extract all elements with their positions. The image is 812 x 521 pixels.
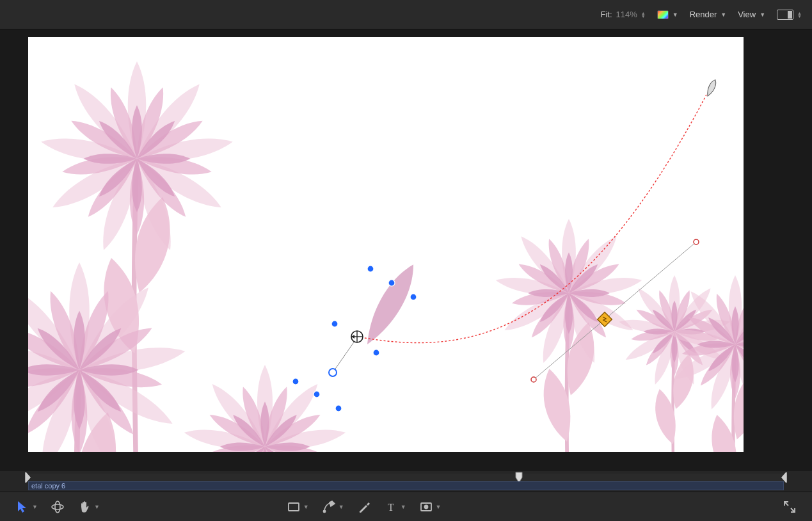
tangent-handle-end[interactable] xyxy=(694,239,699,244)
svg-rect-10 xyxy=(289,503,299,511)
canvas-wrap xyxy=(0,29,812,471)
arrow-tool-icon xyxy=(15,500,29,514)
svg-point-11 xyxy=(323,510,325,512)
expand-viewport-button[interactable] xyxy=(780,497,799,517)
aspect-ratio-icon xyxy=(777,10,793,20)
brush-tool-icon xyxy=(357,500,371,514)
fit-value: 114% xyxy=(616,10,637,19)
stepper-icon: ▲▼ xyxy=(797,12,802,18)
chevron-down-icon: ▼ xyxy=(303,504,309,510)
rectangle-tool-icon xyxy=(287,500,301,514)
hand-tool[interactable]: ▼ xyxy=(75,497,102,517)
color-swatch-icon xyxy=(657,10,669,19)
text-tool[interactable]: T ▼ xyxy=(381,497,409,517)
brush-tool[interactable] xyxy=(354,497,374,517)
chevron-down-icon: ▼ xyxy=(760,12,765,18)
chevron-down-icon: ▼ xyxy=(673,12,678,18)
svg-point-8 xyxy=(52,504,63,509)
path-end-object[interactable] xyxy=(705,79,718,97)
color-channel-picker[interactable]: ▼ xyxy=(657,10,678,19)
svg-point-3 xyxy=(694,239,699,244)
anchor-point[interactable] xyxy=(351,331,363,342)
canvas[interactable] xyxy=(28,37,744,452)
orbit-tool-icon xyxy=(51,500,65,514)
selected-petal xyxy=(358,259,422,350)
svg-point-14 xyxy=(424,504,428,509)
chevron-down-icon: ▼ xyxy=(338,504,344,510)
top-toolbar: Fit: 114% ▲▼ ▼ Render ▼ View ▼ ▲▼ xyxy=(0,0,812,29)
selection-handle[interactable] xyxy=(373,349,379,356)
selection-handle[interactable] xyxy=(388,280,395,286)
pen-tool[interactable]: ▼ xyxy=(319,497,347,517)
shape-tool[interactable]: ▼ xyxy=(284,497,312,517)
pen-tool-icon xyxy=(322,500,336,514)
mask-tool-icon xyxy=(419,500,433,514)
render-label: Render xyxy=(690,10,717,19)
canvas-scene xyxy=(28,37,744,452)
timeline-clip[interactable]: etal copy 6 xyxy=(28,481,784,490)
text-tool-icon: T xyxy=(384,500,398,514)
selection-handle[interactable] xyxy=(367,266,374,272)
tangent-handle-end[interactable] xyxy=(531,377,536,382)
viewport-layout-menu[interactable]: ▲▼ xyxy=(777,10,802,20)
clip-label: etal copy 6 xyxy=(31,482,65,490)
chevron-down-icon: ▼ xyxy=(94,504,100,510)
selection-handle[interactable] xyxy=(314,391,320,397)
select-tool[interactable]: ▼ xyxy=(13,497,40,517)
timeline-track[interactable] xyxy=(28,474,784,481)
chevron-down-icon: ▼ xyxy=(32,504,38,510)
fit-zoom-control[interactable]: Fit: 114% ▲▼ xyxy=(600,10,645,19)
view-menu[interactable]: View ▼ xyxy=(738,10,765,19)
stepper-icon: ▲▼ xyxy=(641,12,646,18)
selection-handle[interactable] xyxy=(335,405,342,412)
expand-icon xyxy=(783,500,797,514)
mask-tool[interactable]: ▼ xyxy=(417,497,444,517)
chevron-down-icon: ▼ xyxy=(720,12,726,18)
selection-handle[interactable] xyxy=(292,378,299,385)
chevron-down-icon: ▼ xyxy=(436,504,442,510)
fit-label: Fit: xyxy=(600,10,612,19)
mini-timeline: etal copy 6 xyxy=(0,471,812,492)
selection-handle[interactable] xyxy=(410,294,417,300)
render-menu[interactable]: Render ▼ xyxy=(690,10,727,19)
svg-point-9 xyxy=(55,501,60,513)
orbit-tool[interactable] xyxy=(48,497,67,517)
selection-handle-center[interactable] xyxy=(329,369,337,376)
bottom-toolbar: ▼ ▼ ▼ ▼ xyxy=(0,492,812,521)
chevron-down-icon: ▼ xyxy=(401,504,406,510)
svg-text:T: T xyxy=(388,502,394,513)
svg-point-2 xyxy=(531,377,536,382)
hand-tool-icon xyxy=(77,500,92,514)
view-label: View xyxy=(738,10,756,19)
selection-handle[interactable] xyxy=(331,321,338,327)
